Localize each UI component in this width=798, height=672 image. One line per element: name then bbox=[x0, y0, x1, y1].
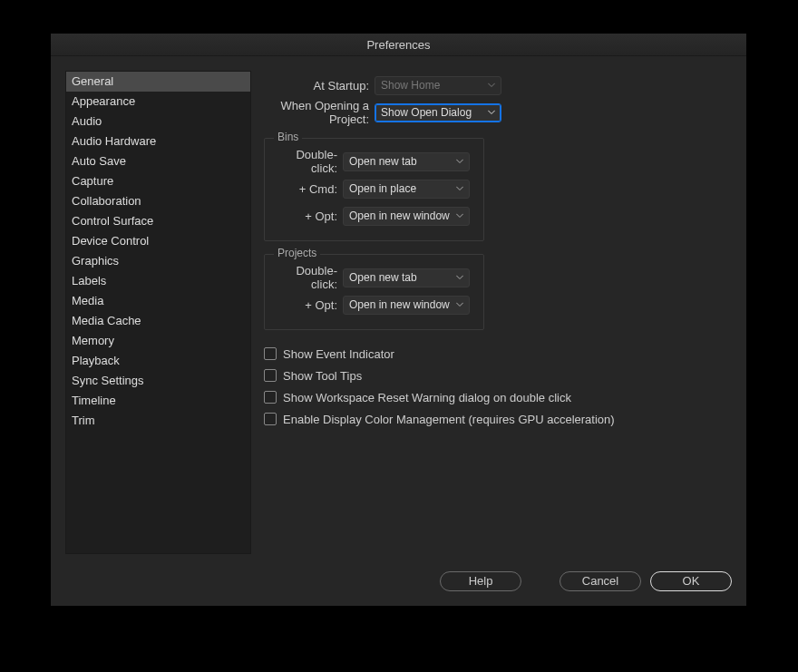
label-projects-double-click: Double-click: bbox=[276, 264, 343, 291]
checkbox-show-event-indicator[interactable] bbox=[264, 347, 277, 360]
dialog-body: General Appearance Audio Audio Hardware … bbox=[51, 56, 746, 569]
sidebar-item-labels[interactable]: Labels bbox=[66, 271, 250, 291]
label-bins-double-click: Double-click: bbox=[276, 148, 343, 175]
help-button[interactable]: Help bbox=[440, 571, 521, 591]
row-bins-opt: + Opt: Open in new window bbox=[276, 202, 472, 229]
sidebar-item-control-surface[interactable]: Control Surface bbox=[66, 211, 250, 231]
dropdown-bins-opt[interactable]: Open in new window bbox=[343, 207, 470, 226]
dropdown-when-opening[interactable]: Show Open Dialog bbox=[375, 103, 501, 122]
sidebar-item-media-cache[interactable]: Media Cache bbox=[66, 311, 250, 331]
dropdown-value: Show Open Dialog bbox=[381, 106, 472, 119]
sidebar-item-sync-settings[interactable]: Sync Settings bbox=[66, 371, 250, 391]
sidebar-item-device-control[interactable]: Device Control bbox=[66, 231, 250, 251]
chevron-down-icon bbox=[456, 160, 463, 164]
sidebar-item-media[interactable]: Media bbox=[66, 291, 250, 311]
label-at-startup: At Startup: bbox=[264, 79, 375, 93]
dropdown-value: Open in new window bbox=[349, 209, 450, 222]
label-show-event-indicator: Show Event Indicator bbox=[283, 347, 394, 361]
dialog-footer: Help Cancel OK bbox=[440, 571, 732, 591]
row-show-tool-tips: Show Tool Tips bbox=[264, 365, 732, 386]
sidebar-item-memory[interactable]: Memory bbox=[66, 331, 250, 351]
label-ws-reset: Show Workspace Reset Warning dialog on d… bbox=[283, 391, 571, 404]
row-projects-opt: + Opt: Open in new window bbox=[276, 291, 472, 318]
sidebar-item-trim[interactable]: Trim bbox=[66, 411, 250, 431]
label-bins-opt: + Opt: bbox=[276, 209, 343, 223]
ok-button[interactable]: OK bbox=[650, 571, 732, 591]
checkbox-color-mgmt[interactable] bbox=[264, 413, 277, 425]
legend-bins: Bins bbox=[274, 131, 302, 143]
label-show-tool-tips: Show Tool Tips bbox=[283, 369, 362, 383]
fieldset-bins: Bins Double-click: Open new tab + Cmd: O… bbox=[264, 138, 484, 241]
sidebar-item-capture[interactable]: Capture bbox=[66, 171, 250, 191]
sidebar-item-collaboration[interactable]: Collaboration bbox=[66, 191, 250, 211]
row-color-mgmt: Enable Display Color Management (require… bbox=[264, 408, 732, 430]
chevron-down-icon bbox=[456, 214, 463, 219]
sidebar-item-audio-hardware[interactable]: Audio Hardware bbox=[66, 131, 250, 151]
row-at-startup: At Startup: Show Home bbox=[264, 73, 732, 98]
dropdown-value: Open in place bbox=[349, 182, 416, 195]
chevron-down-icon bbox=[488, 83, 495, 88]
legend-projects: Projects bbox=[274, 247, 320, 259]
sidebar-item-audio[interactable]: Audio bbox=[66, 112, 250, 131]
label-when-opening: When Opening a Project: bbox=[264, 99, 375, 126]
dropdown-bins-cmd[interactable]: Open in place bbox=[343, 180, 470, 199]
dropdown-value: Show Home bbox=[381, 79, 440, 92]
sidebar-item-auto-save[interactable]: Auto Save bbox=[66, 151, 250, 171]
dropdown-value: Open in new window bbox=[349, 298, 450, 311]
sidebar-item-graphics[interactable]: Graphics bbox=[66, 251, 250, 271]
sidebar-item-timeline[interactable]: Timeline bbox=[66, 391, 250, 411]
category-sidebar: General Appearance Audio Audio Hardware … bbox=[65, 71, 251, 554]
checkbox-ws-reset[interactable] bbox=[264, 391, 277, 404]
dropdown-value: Open new tab bbox=[349, 155, 417, 168]
dropdown-at-startup[interactable]: Show Home bbox=[375, 76, 501, 95]
chevron-down-icon bbox=[456, 187, 463, 191]
label-color-mgmt: Enable Display Color Management (require… bbox=[283, 413, 615, 426]
chevron-down-icon bbox=[456, 276, 463, 280]
chevron-down-icon bbox=[456, 303, 463, 307]
row-ws-reset: Show Workspace Reset Warning dialog on d… bbox=[264, 386, 732, 408]
fieldset-projects: Projects Double-click: Open new tab + Op… bbox=[264, 254, 484, 330]
cancel-button[interactable]: Cancel bbox=[560, 571, 641, 591]
dialog-title: Preferences bbox=[51, 34, 746, 56]
label-bins-cmd: + Cmd: bbox=[276, 182, 343, 196]
dropdown-value: Open new tab bbox=[349, 271, 417, 284]
row-show-event-indicator: Show Event Indicator bbox=[264, 343, 732, 365]
dropdown-projects-double-click[interactable]: Open new tab bbox=[343, 268, 470, 287]
sidebar-item-playback[interactable]: Playback bbox=[66, 351, 250, 371]
row-bins-double-click: Double-click: Open new tab bbox=[276, 148, 472, 175]
chevron-down-icon bbox=[488, 111, 495, 115]
sidebar-item-general[interactable]: General bbox=[66, 72, 250, 92]
checkbox-group: Show Event Indicator Show Tool Tips Show… bbox=[264, 343, 732, 430]
checkbox-show-tool-tips[interactable] bbox=[264, 369, 277, 382]
row-when-opening: When Opening a Project: Show Open Dialog bbox=[264, 100, 732, 125]
label-projects-opt: + Opt: bbox=[276, 298, 343, 312]
row-bins-cmd: + Cmd: Open in place bbox=[276, 175, 472, 202]
sidebar-item-appearance[interactable]: Appearance bbox=[66, 92, 250, 112]
settings-panel: At Startup: Show Home When Opening a Pro… bbox=[264, 71, 732, 554]
dropdown-projects-opt[interactable]: Open in new window bbox=[343, 296, 470, 315]
row-projects-double-click: Double-click: Open new tab bbox=[276, 264, 472, 291]
preferences-dialog: Preferences General Appearance Audio Aud… bbox=[51, 34, 746, 606]
dropdown-bins-double-click[interactable]: Open new tab bbox=[343, 152, 470, 171]
